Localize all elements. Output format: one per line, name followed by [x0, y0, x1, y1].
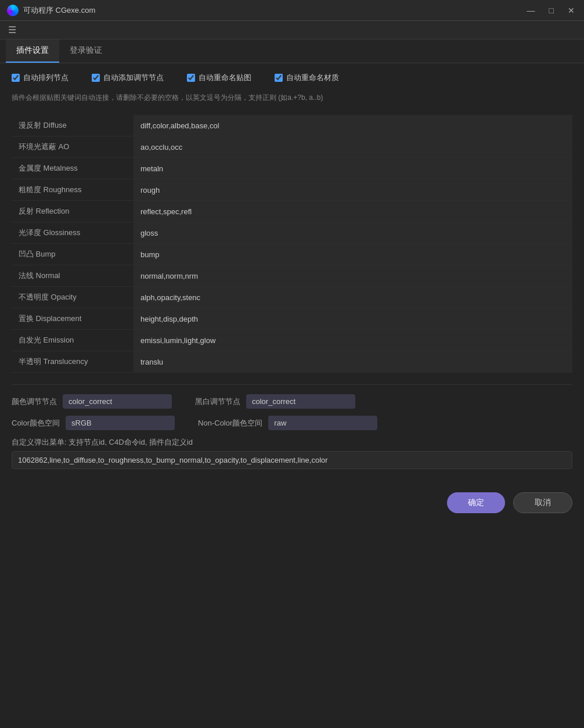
- table-row: 半透明 Translucency: [12, 351, 572, 373]
- confirm-button[interactable]: 确定: [447, 492, 505, 513]
- field-label: 凹凸 Bump: [12, 244, 134, 265]
- info-text: 插件会根据贴图关键词自动连接，请删除不必要的空格，以英文逗号为分隔，支持正则 (…: [12, 92, 572, 103]
- non-color-space-input[interactable]: [268, 416, 377, 430]
- fields-table: 漫反射 Diffuse 环境光遮蔽 AO 金属度 Metalness 粗糙度 R…: [12, 115, 572, 373]
- field-value[interactable]: [134, 244, 572, 265]
- field-value[interactable]: [134, 136, 572, 158]
- main-content: 自动排列节点 自动添加调节节点 自动重命名贴图 自动重命名材质 插件会根据贴图关…: [0, 63, 584, 728]
- table-row: 环境光遮蔽 AO: [12, 136, 572, 158]
- table-row: 凹凸 Bump: [12, 244, 572, 265]
- field-value[interactable]: [134, 351, 572, 373]
- tab-plugin-settings[interactable]: 插件设置: [6, 39, 59, 63]
- table-row: 不透明度 Opacity: [12, 287, 572, 308]
- field-value[interactable]: [134, 222, 572, 244]
- color-node-label: 颜色调节节点: [12, 397, 57, 407]
- field-label: 法线 Normal: [12, 265, 134, 287]
- field-value[interactable]: [134, 308, 572, 330]
- checkbox-auto-add-node-input[interactable]: [92, 74, 100, 82]
- field-value[interactable]: [134, 265, 572, 287]
- bottom-section: 颜色调节节点 黑白调节节点 Color颜色空间 Non-Color颜色空间 自定…: [12, 394, 572, 481]
- checkbox-auto-rename-texture[interactable]: 自动重命名贴图: [187, 73, 251, 83]
- field-value[interactable]: [134, 201, 572, 222]
- field-value[interactable]: [134, 179, 572, 201]
- field-value[interactable]: [134, 158, 572, 179]
- field-label: 漫反射 Diffuse: [12, 115, 134, 136]
- maximize-button[interactable]: □: [547, 6, 556, 15]
- table-row: 漫反射 Diffuse: [12, 115, 572, 136]
- field-label: 自发光 Emission: [12, 330, 134, 351]
- bw-node-item: 黑白调节节点: [195, 394, 355, 409]
- field-value[interactable]: [134, 115, 572, 136]
- checkboxes-row: 自动排列节点 自动添加调节节点 自动重命名贴图 自动重命名材质: [12, 73, 572, 83]
- button-row: 确定 取消: [12, 492, 572, 525]
- field-label: 半透明 Translucency: [12, 351, 134, 373]
- title-bar-right: — □ ✕: [525, 6, 577, 15]
- table-row: 金属度 Metalness: [12, 158, 572, 179]
- table-row: 法线 Normal: [12, 265, 572, 287]
- checkbox-auto-rename-material-input[interactable]: [275, 74, 283, 82]
- divider: [12, 384, 572, 385]
- field-label: 光泽度 Glossiness: [12, 222, 134, 244]
- window-title: 可动程序 CGexe.com: [23, 5, 95, 16]
- hamburger-menu-icon[interactable]: ☰: [8, 25, 16, 35]
- field-label: 不透明度 Opacity: [12, 287, 134, 308]
- color-node-input[interactable]: [63, 394, 172, 409]
- checkbox-auto-rename-material[interactable]: 自动重命名材质: [275, 73, 339, 83]
- app-icon: [7, 5, 19, 16]
- menu-bar: ☰: [0, 21, 584, 39]
- table-row: 置换 Displacement: [12, 308, 572, 330]
- field-value[interactable]: [134, 330, 572, 351]
- checkbox-auto-rename-texture-input[interactable]: [187, 74, 195, 82]
- bw-node-label: 黑白调节节点: [195, 397, 240, 407]
- table-row: 反射 Reflection: [12, 201, 572, 222]
- custom-menu-input[interactable]: [12, 451, 572, 469]
- field-label: 反射 Reflection: [12, 201, 134, 222]
- node-settings-row: 颜色调节节点 黑白调节节点: [12, 394, 572, 409]
- field-value[interactable]: [134, 287, 572, 308]
- minimize-button[interactable]: —: [525, 6, 538, 15]
- field-label: 粗糙度 Roughness: [12, 179, 134, 201]
- field-label: 置换 Displacement: [12, 308, 134, 330]
- checkbox-auto-arrange-input[interactable]: [12, 74, 20, 82]
- tab-login[interactable]: 登录验证: [59, 39, 113, 63]
- title-bar: 可动程序 CGexe.com — □ ✕: [0, 0, 584, 21]
- checkbox-auto-add-node[interactable]: 自动添加调节节点: [92, 73, 164, 83]
- color-space-row: Color颜色空间 Non-Color颜色空间: [12, 416, 572, 430]
- table-row: 粗糙度 Roughness: [12, 179, 572, 201]
- bw-node-input[interactable]: [246, 394, 355, 409]
- color-space-item: Color颜色空间: [12, 416, 175, 430]
- tab-bar: 插件设置 登录验证: [0, 39, 584, 63]
- color-space-input[interactable]: [66, 416, 175, 430]
- close-button[interactable]: ✕: [565, 6, 577, 15]
- non-color-space-label: Non-Color颜色空间: [198, 418, 262, 428]
- title-bar-left: 可动程序 CGexe.com: [7, 5, 95, 16]
- color-node-item: 颜色调节节点: [12, 394, 172, 409]
- cancel-button[interactable]: 取消: [513, 492, 572, 513]
- non-color-space-item: Non-Color颜色空间: [198, 416, 377, 430]
- color-space-label: Color颜色空间: [12, 418, 60, 428]
- custom-menu-label: 自定义弹出菜单: 支持节点id, C4D命令id, 插件自定义id: [12, 437, 572, 448]
- checkbox-auto-arrange[interactable]: 自动排列节点: [12, 73, 69, 83]
- table-row: 光泽度 Glossiness: [12, 222, 572, 244]
- table-row: 自发光 Emission: [12, 330, 572, 351]
- field-label: 环境光遮蔽 AO: [12, 136, 134, 158]
- field-label: 金属度 Metalness: [12, 158, 134, 179]
